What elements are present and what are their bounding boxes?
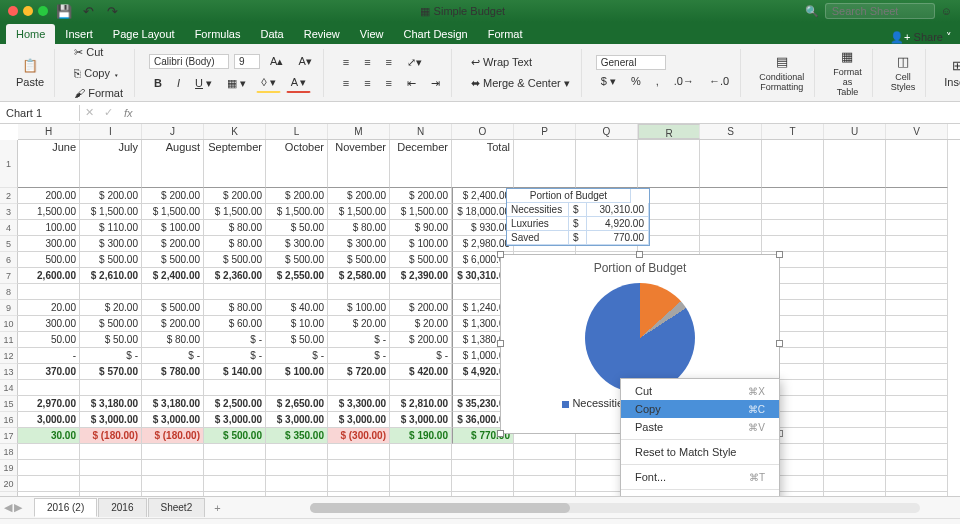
sheet-nav-left-icon[interactable]: ◀: [4, 501, 12, 514]
document-title: ▦Simple Budget: [120, 4, 805, 18]
ribbon-tab-insert[interactable]: Insert: [55, 24, 103, 44]
add-sheet-button[interactable]: +: [206, 499, 228, 517]
col-header[interactable]: R: [638, 124, 700, 139]
cell-styles-button[interactable]: ◫Cell Styles: [887, 50, 920, 96]
summary-range: Portion of Budget Necessities$30,310.00L…: [506, 188, 650, 246]
ribbon-tab-page-layout[interactable]: Page Layout: [103, 24, 185, 44]
align-center-icon[interactable]: ≡: [359, 74, 375, 92]
ribbon-tab-view[interactable]: View: [350, 24, 394, 44]
enter-formula-icon[interactable]: ✓: [99, 103, 118, 122]
align-right-icon[interactable]: ≡: [381, 74, 397, 92]
font-size-select[interactable]: 9: [234, 54, 260, 69]
fx-label[interactable]: fx: [118, 107, 139, 119]
cut-button[interactable]: ✂ Cut: [69, 43, 108, 62]
fill-color-button[interactable]: ◊ ▾: [256, 73, 281, 93]
maximize-window-icon[interactable]: [38, 6, 48, 16]
sheet-tab[interactable]: Sheet2: [148, 498, 206, 517]
comma-icon[interactable]: ,: [651, 72, 664, 90]
font-select[interactable]: Calibri (Body): [149, 54, 229, 69]
ribbon-tab-home[interactable]: Home: [6, 24, 55, 44]
ribbon-tab-format[interactable]: Format: [478, 24, 533, 44]
chart-title[interactable]: Portion of Budget: [501, 261, 779, 275]
col-header[interactable]: J: [142, 124, 204, 139]
col-header[interactable]: S: [700, 124, 762, 139]
search-input[interactable]: [825, 3, 935, 19]
percent-icon[interactable]: %: [626, 72, 646, 90]
format-as-table-button[interactable]: ▦Format as Table: [829, 45, 866, 101]
currency-icon[interactable]: $ ▾: [596, 72, 621, 91]
align-top-icon[interactable]: ≡: [338, 53, 354, 71]
col-header[interactable]: M: [328, 124, 390, 139]
decrease-decimal-icon[interactable]: ←.0: [704, 72, 734, 90]
sheet-tabs: ◀ ▶ 2016 (2)2016Sheet2 +: [0, 496, 960, 518]
font-color-button[interactable]: A ▾: [286, 73, 312, 93]
underline-button[interactable]: U ▾: [190, 74, 217, 93]
pie-chart[interactable]: [585, 283, 695, 393]
bold-button[interactable]: B: [149, 74, 167, 92]
spreadsheet-grid[interactable]: HIJKLMNOPQRSTUV 1JuneJulyAugustSeptember…: [0, 124, 960, 496]
undo-icon[interactable]: ↶: [80, 3, 96, 19]
format-painter-button[interactable]: 🖌 Format: [69, 84, 128, 102]
col-header[interactable]: U: [824, 124, 886, 139]
paste-icon: 📋: [22, 58, 38, 74]
col-header[interactable]: K: [204, 124, 266, 139]
minimize-window-icon[interactable]: [23, 6, 33, 16]
name-box[interactable]: Chart 1: [0, 105, 80, 121]
cond-format-icon: ▤: [774, 54, 790, 70]
increase-font-icon[interactable]: A▴: [265, 52, 288, 71]
ribbon-tab-data[interactable]: Data: [250, 24, 293, 44]
user-icon[interactable]: ☺: [941, 5, 952, 17]
status-bar: Ready − + 140%: [0, 518, 960, 524]
col-header[interactable]: L: [266, 124, 328, 139]
orientation-icon[interactable]: ⤢▾: [402, 53, 427, 72]
indent-left-icon[interactable]: ⇤: [402, 74, 421, 93]
italic-button[interactable]: I: [172, 74, 185, 92]
styles-icon: ◫: [895, 54, 911, 70]
menu-item-reset-to-match-style[interactable]: Reset to Match Style: [621, 443, 779, 461]
col-header[interactable]: O: [452, 124, 514, 139]
merge-center-button[interactable]: ⬌ Merge & Center ▾: [466, 74, 575, 93]
col-header[interactable]: T: [762, 124, 824, 139]
document-icon: ▦: [420, 5, 430, 17]
ribbon-tab-chart-design[interactable]: Chart Design: [393, 24, 477, 44]
col-header[interactable]: N: [390, 124, 452, 139]
col-header[interactable]: H: [18, 124, 80, 139]
menu-item-change-chart-type[interactable]: Change Chart Type▶: [621, 493, 779, 496]
close-window-icon[interactable]: [8, 6, 18, 16]
insert-cells-button[interactable]: ⊞Insert: [940, 54, 960, 92]
col-header[interactable]: Q: [576, 124, 638, 139]
ribbon-tab-review[interactable]: Review: [294, 24, 350, 44]
table-icon: ▦: [839, 49, 855, 65]
quick-access-toolbar: 💾 ↶ ↷: [56, 3, 120, 19]
indent-right-icon[interactable]: ⇥: [426, 74, 445, 93]
conditional-formatting-button[interactable]: ▤Conditional Formatting: [755, 50, 808, 96]
align-middle-icon[interactable]: ≡: [359, 53, 375, 71]
align-bottom-icon[interactable]: ≡: [381, 53, 397, 71]
wrap-text-button[interactable]: ↩ Wrap Text: [466, 53, 537, 72]
search-icon: 🔍: [805, 5, 819, 18]
sheet-tab[interactable]: 2016: [98, 498, 146, 517]
increase-decimal-icon[interactable]: .0→: [669, 72, 699, 90]
number-format-select[interactable]: General: [596, 55, 666, 70]
cancel-formula-icon[interactable]: ✕: [80, 103, 99, 122]
horizontal-scrollbar[interactable]: [310, 503, 920, 513]
sheet-nav-right-icon[interactable]: ▶: [14, 501, 22, 514]
align-left-icon[interactable]: ≡: [338, 74, 354, 92]
save-icon[interactable]: 💾: [56, 3, 72, 19]
formula-bar: Chart 1 ✕ ✓ fx: [0, 102, 960, 124]
menu-item-cut[interactable]: Cut⌘X: [621, 382, 779, 400]
decrease-font-icon[interactable]: A▾: [293, 52, 316, 71]
redo-icon[interactable]: ↷: [104, 3, 120, 19]
ribbon-tab-formulas[interactable]: Formulas: [185, 24, 251, 44]
scrollbar-thumb[interactable]: [310, 503, 570, 513]
col-header[interactable]: V: [886, 124, 948, 139]
sheet-tab[interactable]: 2016 (2): [34, 498, 97, 517]
col-header[interactable]: P: [514, 124, 576, 139]
copy-button[interactable]: ⎘ Copy ▾: [69, 64, 125, 82]
col-header[interactable]: I: [80, 124, 142, 139]
border-button[interactable]: ▦ ▾: [222, 74, 251, 93]
paste-button[interactable]: 📋Paste: [12, 54, 48, 92]
share-button[interactable]: 👤+ Share ˅: [890, 31, 952, 44]
menu-item-copy[interactable]: Copy⌘C: [621, 400, 779, 418]
menu-item-font-[interactable]: Font...⌘T: [621, 468, 779, 486]
